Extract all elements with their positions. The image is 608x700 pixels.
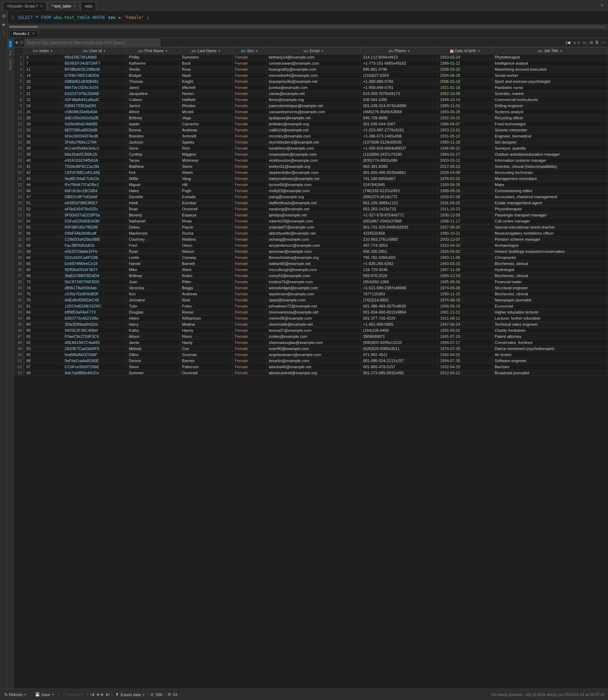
table-row[interactable]: 49932A33E7Cad1bb0F5MelodyCoxFemaleevan90… [14, 346, 608, 352]
table-row[interactable]: 5095feaBf8dAE0C0d6FDillonGuzmanFemaleang… [14, 352, 608, 358]
page-size-value[interactable]: 53 [173, 692, 177, 697]
col-header-email[interactable]: abc Email ▼ [266, 48, 361, 54]
table-row[interactable]: 4791F0aeC9c2759F3C6AlisonNixonFemalezmil… [14, 334, 608, 340]
nav-prev-icon[interactable]: ◀ [572, 40, 575, 45]
nav-btn-first[interactable]: |◀ [90, 692, 94, 697]
table-row[interactable]: 51650Bb061cB30B461ThomasKnightFemalebrau… [14, 79, 608, 85]
export-arrow[interactable]: ▼ [142, 693, 145, 696]
col-header-userid[interactable]: abc User Id ▼ [63, 48, 127, 54]
table-row[interactable]: 14346Dec5b5542F8ed8BrandonSchmidtFemalem… [14, 133, 608, 139]
table-row[interactable]: 38735bC87340799FBD0JeanRitterFemalekrist… [14, 279, 608, 285]
table-row[interactable]: 37683faB1CBfEFBDdD4BrittneyRubioFemaleco… [14, 273, 608, 279]
col-header-lastname[interactable]: abc Last Name ▼ [180, 48, 233, 54]
table-row[interactable]: 295560FdBFd5e7BE8fFDebraPayneFemaleyolan… [14, 224, 608, 230]
table-row[interactable]: 19417D0AcBF6CCac3fdMatthewStoneFemaleeve… [14, 164, 608, 170]
cancel-arrow[interactable]: ▼ [80, 693, 83, 696]
tab-test-table-close[interactable]: ✕ [73, 4, 76, 8]
table-row[interactable]: 2551eA3fDd79BE9f0E7HeidiEscobarFemalesta… [14, 200, 608, 206]
nav-btn-prev[interactable]: ◀ [96, 692, 99, 697]
sidebar-arrow-icon[interactable]: ▶ [3, 22, 5, 27]
table-row[interactable]: 46909425E2F38C408efKathyHaneyFemaleteres… [14, 328, 608, 334]
nav-btn-next[interactable]: ▶ [101, 692, 104, 697]
table-row[interactable]: 62088473e15D5c3cD0JaredMitchellFemalejco… [14, 85, 608, 91]
table-row[interactable]: 5297CCbFce93d3720bEStevePattersonFemalel… [14, 364, 608, 370]
table-row[interactable]: 12f90cD3E76f1A9b9PhillipSummersFemalebet… [14, 54, 608, 60]
table-row[interactable]: 51965eFda7caAeB260EDennisBarnesFemalebma… [14, 358, 608, 364]
col-header-sex[interactable]: abc Sex ▼ [233, 48, 266, 54]
export-button[interactable]: Export data ▼ [121, 692, 145, 697]
col-header-index[interactable]: ### Index ▼ [24, 48, 63, 54]
table-row[interactable]: 36699Df5Ba591bF3EFfMikeWardFemaleimccull… [14, 267, 608, 273]
table-row[interactable]: 924f1f89173353aD90JaniceRhodesFemalejuar… [14, 103, 608, 109]
table-row[interactable]: 2244fFe7BAA737aDBe2MiguelHillFemaletyron… [14, 182, 608, 188]
table-row[interactable]: 27539F5DeD7aD228F5aBeverlyEsparzaFemalei… [14, 212, 608, 218]
save-arrow[interactable]: ▼ [51, 693, 54, 696]
table-row[interactable]: 3565Ee6974f90eeCe18HaroldBarnettFemalena… [14, 261, 608, 267]
table-row[interactable]: 15353Fb8a7f68e12784JacksonSparksFemalere… [14, 139, 608, 145]
sql-content[interactable]: SELECT * FROM wba.test_table WHERE sex =… [18, 15, 149, 20]
hscroll-thumb[interactable] [9, 26, 38, 28]
col-header-phone[interactable]: abc Phone ▼ [361, 48, 438, 54]
table-row[interactable]: 2652aF0eE4547Bc025cBrianOconnellFemalesa… [14, 206, 608, 212]
table-row[interactable]: 27BE9EEF34cB72AF7KatherineBuckFemaleconn… [14, 60, 608, 66]
mode-text-btn[interactable]: Text [8, 49, 14, 58]
tab-kyuubi[interactable]: <Kyuubi> Script-7 ✕ [3, 2, 47, 10]
filter-more-icon[interactable]: ⋯ [601, 40, 606, 45]
refresh-button[interactable]: ↻ Refresh ▼ [3, 691, 28, 698]
nav-next-icon[interactable]: ▶ [578, 40, 581, 45]
filter-input[interactable] [25, 39, 160, 46]
nav-btn-last[interactable]: ▶| [106, 692, 110, 697]
table-row[interactable]: 12295d2feAfbdCAA6B5IsaiahCamachoFemaleji… [14, 121, 608, 127]
filter-action-icon[interactable]: ⊙ [589, 40, 593, 45]
mode-record-btn[interactable]: Record [8, 58, 14, 71]
table-row[interactable]: 721b31D271F8c200ABJacquelineNortonFemale… [14, 91, 608, 97]
table-container[interactable]: ### Index ▼ abc User Id ▼ abc First Name… [14, 47, 608, 689]
tab-kyuubi-close[interactable]: ✕ [40, 4, 43, 8]
save-button[interactable]: 💾 Save ▼ [34, 691, 56, 698]
table-row[interactable]: 3056D8bF5Ab2b98caffMackenzieRochaFemalea… [14, 230, 608, 236]
table-row[interactable]: 82242F4BdA841aBadCColleenHatfieldFemalef… [14, 97, 608, 103]
results-tab[interactable]: Results 1 ✕ [9, 30, 39, 37]
nav-first-icon[interactable]: |◀ [566, 40, 570, 45]
table-row[interactable]: 2854D3Fa0220dDE4d36NathanielRivasFemaler… [14, 218, 608, 224]
table-row[interactable]: 1638ACcde95AAe3e6cCGeneRichFemaleluisdel… [14, 145, 608, 151]
table-row[interactable]: 428112DCb4ED8E01D5CTylerFoleyFemalejohna… [14, 303, 608, 309]
mode-grid-btn[interactable]: Grid [8, 39, 14, 49]
sidebar-grid-icon[interactable]: ⊞ [1, 13, 7, 19]
sidebar-dots-icon[interactable]: ⋮ [1, 30, 6, 35]
table-row[interactable]: 23466bFcfc3cc1BC6B4HaleyPughFemalemolly0… [14, 188, 608, 194]
row-count-value[interactable]: 200 [156, 692, 162, 697]
col-header-dob[interactable]: 📅 Date of birth ▼ [438, 48, 492, 54]
nav-last-icon[interactable]: ▶| [583, 40, 587, 45]
table-row[interactable]: 45893f3a3D89ad042DdHarryMedinaFemaleolse… [14, 321, 608, 328]
refresh-arrow[interactable]: ▼ [24, 693, 27, 696]
tab-test-table[interactable]: * test_table ✕ [48, 2, 80, 10]
table-row[interactable]: 3157CD8d33aA25bc8BBCourtneyWatkinsFemale… [14, 236, 608, 242]
table-row[interactable]: 1128ddEc50e2A2e3a2BBrittneyVegaFemaleaya… [14, 115, 608, 121]
col-header-jobtitle[interactable]: abc Job Title ▼ [492, 48, 608, 54]
table-row[interactable]: 1840e92A191E34f5A3ATanyaMckinneyFemalevi… [14, 158, 608, 164]
table-row[interactable]: 3359e552D7ddafe1FFbRyanNelsonFemaleqnorm… [14, 249, 608, 255]
hscroll-area[interactable] [8, 24, 608, 29]
table-row[interactable]: 4892d6EA619A7C4aA95JamieHardyFemalesheen… [14, 340, 608, 346]
table-row[interactable]: 3258Fac3BFf0A3d03cFredOlsenFemaleamyande… [14, 242, 608, 249]
results-tab-close[interactable]: ✕ [32, 31, 35, 35]
table-row[interactable]: 4075c935b7Eb6FA0B0FKimAndrewsFemalewpete… [14, 291, 608, 297]
table-row[interactable]: 2447f3BD2cBF7eEb6dfDanielleEstradaFemale… [14, 194, 608, 200]
window-close[interactable]: ✕ [599, 3, 605, 8]
hscroll-track[interactable] [9, 26, 607, 28]
table-row[interactable]: 3974dBfA17Aaf16b4abVeronicaBriggsFemalew… [14, 285, 608, 291]
table-row[interactable]: 4485E883773cA5219BeHelenWilliamsonFemale… [14, 315, 608, 321]
tab-wba[interactable]: wba [81, 2, 96, 10]
table-row[interactable]: 2042CEFA7BBCef013AEKirkWalshFemalestephe… [14, 170, 608, 176]
filter-sort-icon[interactable]: ⇅ [595, 40, 599, 45]
col-header-firstname[interactable]: abc First Name ▼ [126, 48, 180, 54]
table-row[interactable]: 1025c5B09fb33e8bA0AAlfredMcneilFemalecas… [14, 109, 608, 115]
table-row[interactable]: 34645D2cb63CaAF53f6LeslieConwayFemaleflo… [14, 255, 608, 261]
table-row[interactable]: 5399Adc7ad9B6e4A1FeSummerOconnellFemalea… [14, 370, 608, 376]
table-row[interactable]: 414b759b74BD1dE80dBridgetNashFemalemerce… [14, 72, 608, 79]
cancel-button[interactable]: ✕ Cancel ▼ [61, 691, 85, 698]
table-row[interactable]: 21439edBC94aE7cA22aWillieVangFemalehaley… [14, 176, 608, 182]
table-row[interactable]: 4176AdEd6cfD85DeC46JermaineReidFemalevpa… [14, 297, 608, 303]
table-row[interactable]: 13338Ef7DBfcaB02b6BBonnieAndrewsFemaleca… [14, 127, 608, 133]
